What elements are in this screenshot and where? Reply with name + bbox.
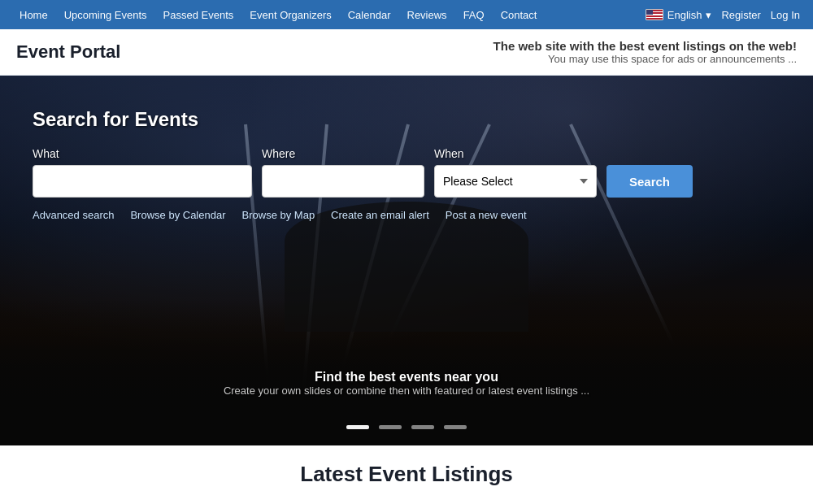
site-logo: Event Portal [16, 41, 120, 63]
slider-dots [0, 425, 813, 429]
site-tagline: The web site with the best event listing… [493, 39, 797, 65]
create-email-alert-link[interactable]: Create an email alert [331, 209, 429, 221]
flag-icon [646, 9, 663, 20]
navbar: Home Upcoming Events Passed Events Event… [0, 0, 813, 29]
when-select[interactable]: Please Select Today This Week This Month [434, 165, 597, 198]
site-header: Event Portal The web site with the best … [0, 29, 813, 76]
what-input[interactable] [33, 165, 252, 198]
nav-reviews[interactable]: Reviews [401, 6, 454, 24]
language-button[interactable]: English ▾ [646, 9, 712, 21]
nav-home[interactable]: Home [13, 6, 54, 24]
slider-dot-2[interactable] [379, 425, 402, 429]
hero-bottom-title: Find the best events near you [0, 370, 813, 385]
login-link[interactable]: Log In [771, 9, 800, 21]
nav-links: Home Upcoming Events Passed Events Event… [13, 6, 646, 24]
nav-contact[interactable]: Contact [494, 6, 544, 24]
where-label: Where [262, 147, 424, 160]
latest-events-section: Latest Event Listings [0, 445, 813, 503]
hero-bottom-sub: Create your own slides or combine then w… [0, 385, 813, 397]
nav-upcoming-events[interactable]: Upcoming Events [58, 6, 154, 24]
advanced-search-link[interactable]: Advanced search [33, 209, 114, 221]
slider-dot-1[interactable] [346, 425, 369, 429]
nav-passed-events[interactable]: Passed Events [157, 6, 241, 24]
search-title: Search for Events [33, 108, 780, 131]
slider-dot-3[interactable] [411, 425, 434, 429]
nav-event-organizers[interactable]: Event Organizers [243, 6, 337, 24]
latest-events-title: Latest Event Listings [16, 462, 797, 487]
where-input[interactable] [262, 165, 424, 198]
nav-calendar[interactable]: Calendar [341, 6, 398, 24]
slider-dot-4[interactable] [444, 425, 467, 429]
hero-bottom: Find the best events near you Create you… [0, 370, 813, 397]
tagline-main: The web site with the best event listing… [493, 39, 797, 53]
what-label: What [33, 147, 252, 160]
chevron-down-icon: ▾ [706, 9, 711, 21]
register-link[interactable]: Register [721, 9, 760, 21]
browse-by-calendar-link[interactable]: Browse by Calendar [130, 209, 225, 221]
search-row: What Where When Please Select Today This… [33, 147, 780, 198]
search-button[interactable]: Search [606, 165, 693, 198]
tagline-sub: You may use this space for ads or announ… [493, 53, 797, 65]
nav-right: English ▾ Register Log In [646, 9, 800, 21]
post-new-event-link[interactable]: Post a new event [446, 209, 527, 221]
search-links: Advanced search Browse by Calendar Brows… [33, 209, 780, 221]
language-label: English [667, 9, 702, 21]
search-section: Search for Events What Where When Please… [33, 108, 780, 221]
where-field: Where [262, 147, 424, 198]
when-field: When Please Select Today This Week This … [434, 147, 597, 198]
when-label: When [434, 147, 597, 160]
nav-faq[interactable]: FAQ [457, 6, 491, 24]
hero-section: Search for Events What Where When Please… [0, 76, 813, 445]
browse-by-map-link[interactable]: Browse by Map [242, 209, 315, 221]
what-field: What [33, 147, 252, 198]
